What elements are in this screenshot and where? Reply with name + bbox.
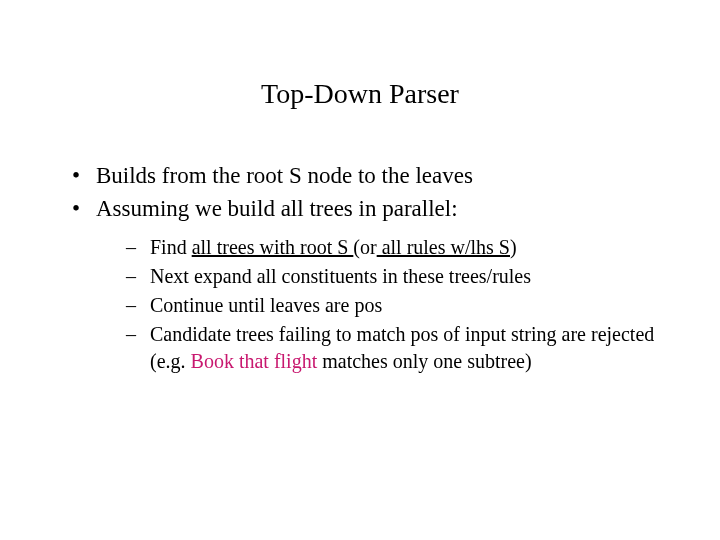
sub-bullet-item: Next expand all constituents in these tr… [126,263,660,290]
sub-text: (or [353,236,376,258]
sub-text-underline: all rules w/lhs S [377,236,510,258]
bullet-list: Builds from the root S node to the leave… [70,160,660,375]
sub-bullet-item: Continue until leaves are pos [126,292,660,319]
sub-text: ) [510,236,517,258]
sub-bullet-list: Find all trees with root S (or all rules… [96,234,660,375]
bullet-item: Assuming we build all trees in parallel:… [70,193,660,375]
sub-text-underline: all trees with root S [192,236,354,258]
bullet-text: Assuming we build all trees in parallel: [96,196,458,221]
sub-text: matches only one subtree) [317,350,531,372]
sub-bullet-item: Find all trees with root S (or all rules… [126,234,660,261]
slide: Top-Down Parser Builds from the root S n… [0,0,720,540]
bullet-item: Builds from the root S node to the leave… [70,160,660,191]
sub-bullet-item: Candidate trees failing to match pos of … [126,321,660,375]
sub-text-emphasis: Book that flight [191,350,318,372]
sub-text: Next expand all constituents in these tr… [150,265,531,287]
bullet-text: Builds from the root S node to the leave… [96,163,473,188]
sub-text: Find [150,236,192,258]
slide-body: Builds from the root S node to the leave… [70,160,660,377]
sub-text: Continue until leaves are pos [150,294,382,316]
slide-title: Top-Down Parser [0,78,720,110]
